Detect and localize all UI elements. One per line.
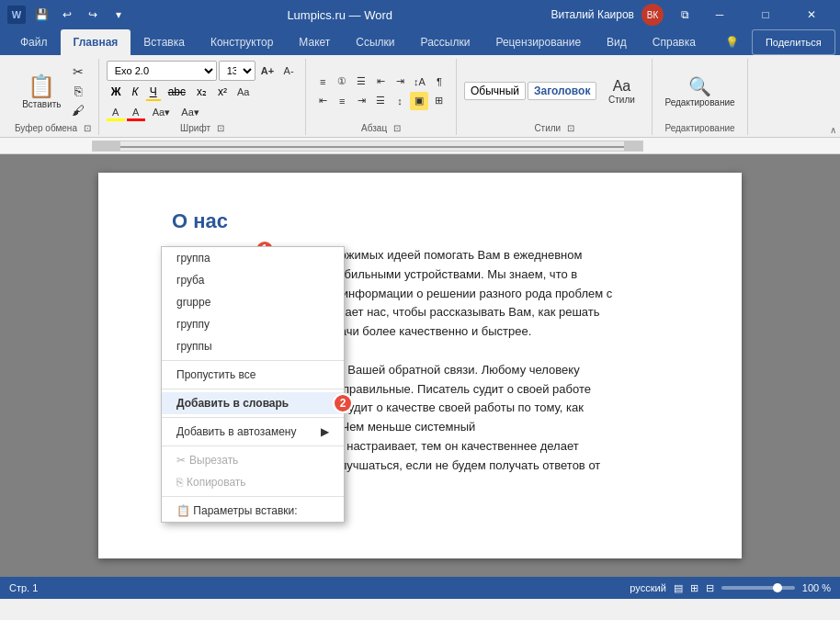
ruler-bar <box>0 138 840 154</box>
para-row2: ⇤ ≡ ⇥ ☰ ↕ ▣ ⊞ <box>313 92 448 110</box>
style-h1[interactable]: Заголовок <box>528 82 596 100</box>
minimize-btn[interactable]: ─ <box>698 0 741 29</box>
format-row: Ж К Ч abc x₂ x² Aa <box>107 83 298 101</box>
zoom-thumb <box>773 583 782 592</box>
clear-format-btn[interactable]: Aa <box>233 83 253 101</box>
font-grow-btn[interactable]: A+ <box>257 62 278 80</box>
styles-expand[interactable]: ⊡ <box>567 123 574 133</box>
ctx-gruppy[interactable]: группы <box>162 335 344 357</box>
text-color-btn[interactable]: A <box>127 103 145 121</box>
badge-2: 2 <box>333 393 353 413</box>
styles-gallery: Обычный Заголовок <box>464 82 596 100</box>
font-expand[interactable]: ⊡ <box>217 123 224 133</box>
ribbon-collapse-btn[interactable]: ∧ <box>830 125 836 135</box>
ctx-gruppu[interactable]: группу <box>162 313 344 335</box>
sort-btn[interactable]: ↕A <box>410 73 429 91</box>
align-center-btn[interactable]: ≡ <box>333 92 351 110</box>
ctx-add-dict[interactable]: Добавить в словарь 2 <box>162 392 344 414</box>
subscript-btn[interactable]: x₂ <box>192 83 211 101</box>
zoom-slider[interactable] <box>721 586 795 590</box>
tab-share[interactable]: Поделиться <box>752 29 835 55</box>
align-left-btn[interactable]: ⇤ <box>313 92 332 110</box>
para-label: Абзац ⊡ <box>361 123 401 133</box>
maximize-btn[interactable]: □ <box>744 0 787 29</box>
editing-btn[interactable]: 🔍 Редактирование <box>660 65 739 117</box>
view-mode-normal[interactable]: ▤ <box>674 582 683 594</box>
quick-save-btn[interactable]: 💾 <box>31 5 51 25</box>
justify-btn[interactable]: ☰ <box>371 92 390 110</box>
ctx-sep2 <box>162 389 344 389</box>
styles-icon: Aa <box>613 78 631 95</box>
styles-btn[interactable]: Aa Стили <box>598 65 644 117</box>
numbering-btn[interactable]: ① <box>333 73 351 91</box>
document-heading: О нас <box>172 209 668 233</box>
ctx-sep5 <box>162 496 344 497</box>
editing-content: 🔍 Редактирование <box>660 61 739 121</box>
redo-btn[interactable]: ↪ <box>83 5 103 25</box>
tab-home[interactable]: Главная <box>61 29 131 55</box>
tab-layout[interactable]: Макет <box>286 29 343 55</box>
paragraph-group: ≡ ① ☰ ⇤ ⇥ ↕A ¶ ⇤ ≡ ⇥ ☰ ↕ ▣ ⊞ <box>306 59 457 135</box>
tab-insert[interactable]: Вставка <box>131 29 198 55</box>
undo-btn[interactable]: ↩ <box>57 5 77 25</box>
style-normal[interactable]: Обычный <box>464 82 526 100</box>
borders-btn[interactable]: ⊞ <box>429 92 448 110</box>
tab-file[interactable]: Файл <box>7 29 61 55</box>
restore-btn[interactable]: ⧉ <box>675 5 695 25</box>
tab-design[interactable]: Конструктор <box>198 29 286 55</box>
tab-help[interactable]: Справка <box>640 29 709 55</box>
ctx-gruppa[interactable]: группа <box>162 247 344 269</box>
copy-btn[interactable]: ⎘ <box>68 82 88 100</box>
text-highlight-btn[interactable]: A <box>107 103 125 121</box>
view-mode-web[interactable]: ⊟ <box>706 582 714 594</box>
tab-mailings[interactable]: Рассылки <box>408 29 483 55</box>
tab-references[interactable]: Ссылки <box>343 29 407 55</box>
styles-label: Стили ⊡ <box>534 123 574 133</box>
page-info: Стр. 1 <box>9 582 38 593</box>
para-expand[interactable]: ⊡ <box>393 123 401 133</box>
user-avatar[interactable]: ВК <box>641 4 664 26</box>
format-painter-btn[interactable]: 🖌 <box>68 101 88 119</box>
paste-btn[interactable]: 📋 Вставить <box>17 65 65 117</box>
italic-btn[interactable]: К <box>128 83 143 101</box>
font-name-select[interactable]: Exo 2.0 <box>107 61 217 81</box>
tab-view[interactable]: Вид <box>594 29 640 55</box>
underline-btn[interactable]: Ч <box>145 83 162 101</box>
align-right-btn[interactable]: ⇥ <box>352 92 370 110</box>
strikethrough-btn[interactable]: abc <box>164 83 190 101</box>
multilevel-btn[interactable]: ☰ <box>352 73 370 91</box>
ctx-skip-all[interactable]: Пропустить все <box>162 364 344 386</box>
ctx-paste-options[interactable]: 📋 Параметры вставки: <box>162 500 344 522</box>
ribbon-tabs: Файл Главная Вставка Конструктор Макет С… <box>0 29 840 55</box>
font-controls: Exo 2.0 13 A+ A- Ж К Ч abc x₂ x² Aa <box>107 61 298 121</box>
shading-btn[interactable]: ▣ <box>410 92 428 110</box>
editing-icon: 🔍 <box>688 75 711 97</box>
tab-assist[interactable]: 💡 <box>712 29 752 55</box>
ctx-add-autocorrect[interactable]: Добавить в автозамену ▶ <box>162 421 344 443</box>
cut-btn[interactable]: ✂ <box>68 62 88 81</box>
bold-btn[interactable]: Ж <box>107 83 126 101</box>
ctx-gruppe[interactable]: gruppe <box>162 291 344 313</box>
increase-indent-btn[interactable]: ⇥ <box>391 73 409 91</box>
title-bar: W 💾 ↩ ↪ ▾ Lumpics.ru — Word Виталий Каир… <box>0 0 840 29</box>
font-shrink-btn[interactable]: A- <box>279 62 298 80</box>
view-mode-read[interactable]: ⊞ <box>690 582 698 594</box>
clipboard-expand[interactable]: ⊡ <box>84 123 91 133</box>
clipboard-content: 📋 Вставить ✂ ⎘ 🖌 <box>17 61 87 121</box>
font-size-select[interactable]: 13 <box>219 61 255 81</box>
quick-access-dropdown[interactable]: ▾ <box>108 5 129 25</box>
ctx-gruba[interactable]: груба <box>162 269 344 291</box>
ribbon: 📋 Вставить ✂ ⎘ 🖌 Буфер обмена ⊡ Exo 2.0 <box>0 55 840 138</box>
tab-review[interactable]: Рецензирование <box>482 29 594 55</box>
word-icon: W <box>7 6 26 24</box>
bullets-btn[interactable]: ≡ <box>313 73 332 91</box>
decrease-indent-btn[interactable]: ⇤ <box>371 73 390 91</box>
superscript-btn[interactable]: x² <box>213 83 232 101</box>
close-btn[interactable]: ✕ <box>790 0 833 29</box>
change-case-btn[interactable]: Аа▾ <box>177 103 203 121</box>
line-spacing-btn[interactable]: ↕ <box>391 92 409 110</box>
font-color-btn[interactable]: Aa▾ <box>147 103 176 121</box>
show-marks-btn[interactable]: ¶ <box>430 73 448 91</box>
ctx-copy: ⎘Копировать <box>162 471 344 493</box>
clipboard-group: 📋 Вставить ✂ ⎘ 🖌 Буфер обмена ⊡ <box>7 59 99 135</box>
